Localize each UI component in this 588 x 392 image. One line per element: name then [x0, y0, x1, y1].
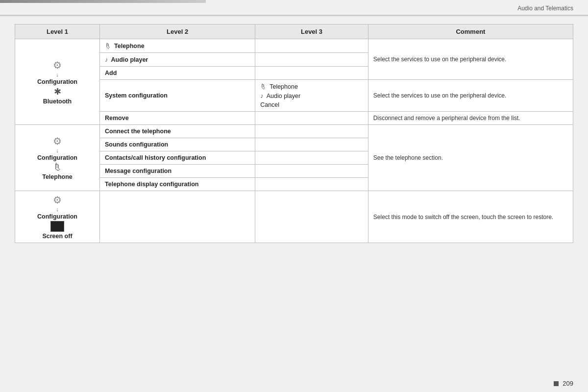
level2-audioplayer: ♪ Audio player [100, 53, 255, 67]
level2-telephone-label: Telephone [114, 43, 145, 49]
header-bar [0, 0, 206, 3]
col-level2: Level 2 [100, 24, 255, 39]
level2-screenoff-empty [100, 191, 255, 243]
comment-telephone-section: See the telephone section. [368, 125, 573, 191]
level2-telephone: 🖁 Telephone [100, 39, 255, 53]
comment-remove: Disconnect and remove a peripheral devic… [368, 112, 573, 125]
level2-audioplayer-label: Audio player [111, 56, 148, 63]
page-number: 209 [563, 380, 573, 387]
comment-peripheral: Select the services to use on the periph… [368, 39, 573, 80]
level3-empty6 [255, 138, 368, 151]
level2-message-label: Message configuration [105, 168, 172, 174]
level1-config-label: Configuration [37, 78, 77, 85]
col-level1: Level 1 [15, 24, 100, 39]
level2-display-label: Telephone display configuration [105, 181, 198, 188]
page-footer: 209 [554, 380, 573, 387]
footer-square-icon [554, 381, 559, 386]
level2-add-label: Add [105, 70, 117, 76]
level3-empty5 [255, 125, 368, 138]
phone-icon: 🖁 [105, 42, 111, 49]
level3-sysconfig: 🖁 Telephone ♪ Audio player Cancel [255, 80, 368, 112]
level3-audioplayer-label: Audio player [267, 93, 301, 99]
main-table: Level 1 Level 2 Level 3 Comment ⚙ ↓ Conf… [15, 24, 573, 243]
page-title: Audio and Telematics [517, 5, 573, 12]
level1-config-label3: Configuration [37, 213, 77, 220]
level2-display: Telephone display configuration [100, 178, 255, 191]
level3-empty2 [255, 53, 368, 67]
level3-cancel-label: Cancel [260, 101, 279, 108]
gear-icon3: ⚙ [53, 194, 62, 206]
table-row: ⚙ ↓ Configuration Screen off Select this… [15, 191, 573, 243]
gear-icon2: ⚙ [53, 135, 62, 147]
level2-sounds: Sounds configuration [100, 138, 255, 151]
level3-cancel-row: Cancel [260, 101, 363, 108]
level3-empty1 [255, 39, 368, 53]
level1-telephone-label: Telephone [42, 173, 73, 180]
music-icon-l3: ♪ [260, 92, 264, 99]
level3-empty3 [255, 67, 368, 80]
arrow-icon3: ↓ [56, 207, 59, 212]
table-row: ⚙ ↓ Configuration ✱ Bluetooth 🖁 Telephon… [15, 39, 573, 53]
table-row: ⚙ ↓ Configuration 🖁 Telephone Connect th… [15, 125, 573, 138]
level3-empty4 [255, 112, 368, 125]
comment-sysconfig: Select the services to use on the periph… [368, 80, 573, 112]
music-icon: ♪ [105, 56, 108, 63]
bluetooth-icon: ✱ [54, 86, 61, 97]
main-content: Level 1 Level 2 Level 3 Comment ⚙ ↓ Conf… [0, 16, 588, 248]
col-comment: Comment [368, 24, 573, 39]
gear-icon: ⚙ [53, 59, 62, 71]
level2-connect: Connect the telephone [100, 125, 255, 138]
col-level3: Level 3 [255, 24, 368, 39]
level1-screenoff: ⚙ ↓ Configuration Screen off [15, 191, 100, 243]
screen-off-icon [50, 221, 64, 232]
level3-empty7 [255, 151, 368, 165]
level2-remove: Remove [100, 112, 255, 125]
level1-config-label2: Configuration [37, 154, 77, 161]
level2-connect-label: Connect the telephone [105, 128, 171, 135]
level3-screenoff-empty [255, 191, 368, 243]
arrow-icon2: ↓ [56, 148, 59, 153]
level1-bluetooth: ⚙ ↓ Configuration ✱ Bluetooth [15, 39, 100, 125]
level3-telephone-label: Telephone [270, 83, 298, 90]
level2-sysconfig: System configuration [100, 80, 255, 112]
level1-bluetooth-label: Bluetooth [43, 98, 72, 105]
level3-empty8 [255, 165, 368, 178]
comment-screenoff: Select this mode to switch off the scree… [368, 191, 573, 243]
level2-add: Add [100, 67, 255, 80]
level1-telephone: ⚙ ↓ Configuration 🖁 Telephone [15, 125, 100, 191]
arrow-icon: ↓ [56, 72, 59, 77]
phone-icon-l1: 🖁 [53, 162, 62, 172]
level2-contacts-label: Contacts/call history configuration [105, 154, 206, 161]
level1-screenoff-label: Screen off [42, 233, 72, 240]
level3-empty9 [255, 178, 368, 191]
level2-sounds-label: Sounds configuration [105, 141, 168, 148]
level2-message: Message configuration [100, 165, 255, 178]
level2-sysconfig-label: System configuration [105, 92, 168, 99]
level2-remove-label: Remove [105, 115, 129, 122]
phone-icon-l3: 🖁 [260, 83, 267, 90]
level2-contacts: Contacts/call history configuration [100, 151, 255, 165]
